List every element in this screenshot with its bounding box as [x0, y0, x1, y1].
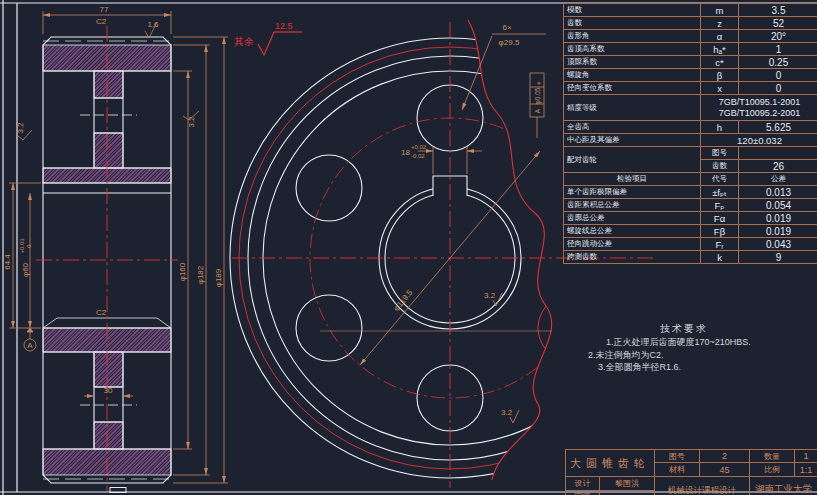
- left-section-view: 77 C2 1.6 64.4 φ60 +0.03 0 φ160 φ182 φ18…: [3, 5, 228, 491]
- param-value: 0.019: [739, 212, 817, 224]
- param-label: 精度等级: [564, 95, 701, 120]
- param-symbol: k: [701, 251, 739, 263]
- table-row: 径向跳动公差Fᵣ0.043: [564, 238, 817, 251]
- param-symbol: Fᵣ: [701, 238, 739, 250]
- table-row: 齿距累积总公差Fₚ0.054: [564, 199, 817, 212]
- table-row: 螺旋角β0: [564, 69, 817, 82]
- roughness-16: 1.6: [147, 20, 159, 29]
- param-label: 径向变位系数: [564, 82, 701, 94]
- dim-keyway-width: 18: [401, 148, 410, 157]
- dim-d160: φ160: [178, 262, 187, 281]
- fcf-tolerance: φ0.05: [534, 87, 542, 104]
- precision-line2: 7GB/T10095.2-2001: [719, 108, 801, 119]
- inspection-header-value: 公差: [739, 173, 817, 185]
- param-label: 螺旋角: [564, 69, 701, 81]
- table-row: 齿顶高系数hₐ*1: [564, 43, 817, 56]
- param-label: 模数: [564, 4, 701, 16]
- scale-value: 1:1: [795, 463, 817, 477]
- mate-teeth-row: 齿数26: [701, 160, 817, 172]
- tech-req-item: 2.未注倒角均为C2.: [588, 349, 814, 362]
- tech-req-item: 1.正火处理后齿面硬度170~210HBS.: [606, 336, 814, 349]
- dim-bore: φ60: [21, 262, 30, 277]
- param-value: 0.043: [739, 238, 817, 250]
- keyway-tol-up: +0.02: [411, 144, 427, 150]
- param-label: 齿廓总公差: [564, 212, 701, 224]
- param-symbol: β: [701, 69, 739, 81]
- param-value: 20°: [739, 30, 817, 42]
- param-label: 顶隙系数: [564, 56, 701, 68]
- table-row: 齿形角α20°: [564, 30, 817, 43]
- param-value: 0.013: [739, 186, 817, 198]
- holes-count: 6×: [502, 23, 511, 32]
- drawing-no-value: 2: [700, 449, 750, 463]
- center-distance-value: 120±0.032: [701, 134, 817, 146]
- general-roughness-note: 其余 12.5: [234, 21, 302, 55]
- designer-name: 黎国洪: [600, 477, 655, 491]
- dim-hole-circle: φ119.5: [392, 288, 415, 313]
- param-symbol: Fβ: [701, 225, 739, 237]
- param-label: 螺旋线总公差: [564, 225, 701, 237]
- keyway-tol-dn: -0.02: [411, 153, 425, 159]
- roughness-check-icon: [258, 32, 274, 55]
- param-label: 齿形角: [564, 30, 701, 42]
- dim-width: 77: [100, 5, 109, 14]
- dim-d189: φ189: [214, 268, 223, 287]
- centerlines: [36, 26, 178, 491]
- dim-web-thickness: 30: [104, 386, 113, 395]
- param-label: 齿数: [564, 17, 701, 29]
- chamfer-bore-label: C2: [96, 308, 107, 317]
- front-view-dim-texts: 18 +0.02 -0.02 6× φ29.5 φ119.5 ⌖ φ0.05 A…: [392, 23, 542, 417]
- table-row: 跨测齿数k9: [564, 251, 817, 264]
- param-label: 径向跳动公差: [564, 238, 701, 250]
- holes-diameter: φ29.5: [499, 38, 520, 47]
- scale-label: 比例: [750, 463, 795, 477]
- param-value: 3.5: [739, 4, 817, 16]
- param-value: 9: [739, 251, 817, 263]
- param-symbol: c*: [701, 56, 739, 68]
- roughness-32-left: 3.2: [16, 122, 25, 134]
- tech-req-item: 3.全部圆角半径R1.6.: [598, 361, 814, 374]
- param-symbol: h: [701, 121, 739, 133]
- precision-row: 精度等级 7GB/T10095.1-2001 7GB/T10095.2-2001: [564, 95, 817, 121]
- param-symbol: Fα: [701, 212, 739, 224]
- reviewer-name: [600, 491, 655, 495]
- roughness-32-b: 3.2: [501, 408, 513, 417]
- mate-sub-label: 图号: [701, 147, 739, 159]
- param-value: 1: [739, 43, 817, 55]
- material-label: 材料: [655, 463, 700, 477]
- table-row: 单个齿距极限偏差±fₚₜ0.013: [564, 186, 817, 199]
- param-symbol: Fₚ: [701, 199, 739, 211]
- param-symbol: x: [701, 82, 739, 94]
- param-value: 0.019: [739, 225, 817, 237]
- mating-gear-row: 配对齿轮 图号 齿数26: [564, 147, 817, 173]
- param-label: 跨测齿数: [564, 251, 701, 263]
- param-symbol: m: [701, 4, 739, 16]
- param-label: 单个齿距极限偏差: [564, 186, 701, 198]
- quantity-label: 数量: [750, 449, 795, 463]
- table-row: 齿数z52: [564, 17, 817, 30]
- param-value: 0.25: [739, 56, 817, 68]
- design-label: 设计: [565, 477, 600, 491]
- param-symbol: z: [701, 17, 739, 29]
- table-row: 径向变位系数x0: [564, 82, 817, 95]
- front-view-dimensions: [320, 34, 552, 423]
- rest-label: 其余: [234, 36, 254, 47]
- dim-bore-tol-dn: 0: [26, 244, 32, 248]
- drawing-no-label: 图号: [655, 449, 700, 463]
- param-label: 配对齿轮: [564, 147, 701, 172]
- course-name: 机械设计课程设计: [655, 477, 750, 495]
- title-block: 大圆锥齿轮 图号 2 数量 1 材料 45 比例 1:1 设计 黎国洪 机械设计…: [565, 449, 817, 495]
- dim-keyway-depth: 64.4: [3, 254, 12, 270]
- param-label: 全齿高: [564, 121, 701, 133]
- param-label: 齿顶高系数: [564, 43, 701, 55]
- datum-a-label: A: [27, 341, 33, 350]
- fcf-position-icon: ⌖: [535, 81, 542, 85]
- param-value: 5.625: [739, 121, 817, 133]
- roughness-32-right: 3.2: [187, 116, 196, 128]
- param-label: 齿距累积总公差: [564, 199, 701, 211]
- inspection-header-row: 检验项目代号公差: [564, 173, 817, 186]
- fcf-datum: A: [534, 108, 541, 113]
- tech-req-title: 技术要求: [660, 322, 814, 336]
- param-symbol: α: [701, 30, 739, 42]
- inspection-header-symbol: 代号: [701, 173, 739, 185]
